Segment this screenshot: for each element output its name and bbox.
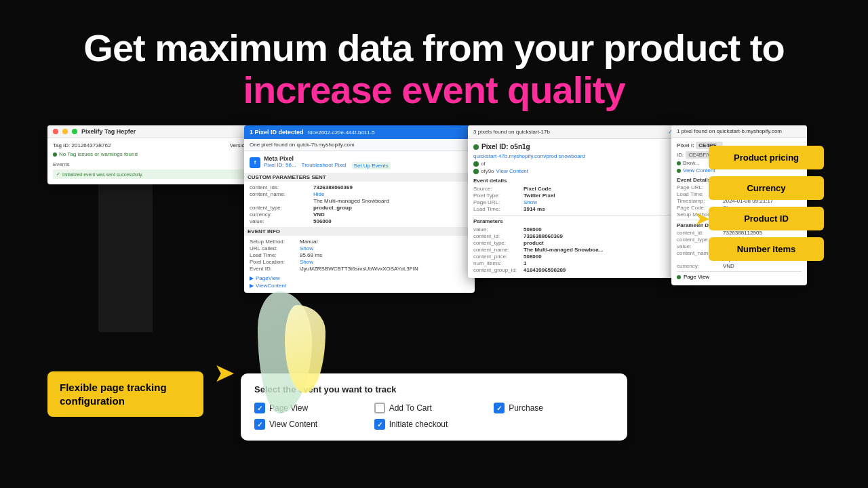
sc2-header: 1 Pixel ID detected fdce2602-c20e-444f-b…	[244, 125, 475, 139]
sc1-title: Pixelify Tag Hepfer	[81, 128, 136, 135]
screenshot-meta-pixel: 1 Pixel ID detected fdce2602-c20e-444f-b…	[244, 125, 475, 293]
sc1-tag-id: Tag ID: 2012643738762 Version 5	[53, 142, 252, 148]
sc3-pixel-id: Pixel ID: o5n1g	[473, 143, 673, 150]
sc2-param-row-1: content_ids:7326388060369	[250, 184, 469, 190]
sc2-params-list: content_ids:7326388060369 content_name:H…	[250, 184, 469, 224]
view-content-label: View Content	[269, 420, 317, 429]
sc3-body: Pixel ID: o5n1g quickstart-47b.myshopify…	[468, 139, 678, 278]
label-bubble-text: Flexible page tracking configuration	[60, 382, 167, 407]
sc2-pixel-id-header: fdce2602-c20e-444f-bd11-5	[308, 129, 375, 136]
number-items-button[interactable]: Number items	[709, 237, 824, 261]
sc2-pixel-name: Meta Pixel	[264, 155, 391, 162]
sc3-header: 3 pixels found on quickstart-17b ⤢	[468, 125, 678, 139]
purchase-label: Purchase	[509, 403, 543, 413]
product-id-button[interactable]: Product ID	[709, 207, 824, 230]
sc1-status: No Tag issues or warnings found	[53, 151, 252, 157]
arrow-label-icon: ➤	[214, 358, 235, 388]
sc2-event-info-title: EVENT INFO	[244, 227, 475, 236]
sc2-sub-header: One pixel found on quick-7b.myshopify.co…	[244, 139, 475, 151]
sc2-pixel-links: Pixel ID: 56... Troubleshoot Pixel Set U…	[264, 162, 391, 169]
arrow-right-icon: ➤	[694, 207, 710, 230]
sc2-event-info-list: Setup Method:Manual URL called:Show Load…	[250, 239, 469, 272]
sc2-param-row-4: content_type:product_group	[250, 205, 469, 211]
meta-pixel-icon: f	[250, 157, 260, 168]
label-bubble: Flexible page tracking configuration	[47, 371, 203, 417]
header-line1: Get maximum data from your product to	[0, 27, 868, 69]
sc1-body: Tag ID: 2012643738762 Version 5 No Tag i…	[47, 138, 258, 184]
set-up-events-link[interactable]: Set Up Events	[352, 162, 391, 169]
header-section: Get maximum data from your product to in…	[0, 0, 868, 110]
sc3-event-details-list: Source:Pixel Code Pixel Type:Twitter Pix…	[473, 186, 673, 212]
initiate-checkout-checkbox[interactable]	[374, 419, 385, 430]
sc1-event-item: ✓ Initialized event was sent successfull…	[53, 169, 252, 179]
sc2-info-row-4: Pixel Location:Show	[250, 259, 469, 265]
sc2-info-row-1: Setup Method:Manual	[250, 239, 469, 245]
sc3-event-details-title: Event details	[473, 178, 673, 184]
product-pricing-button[interactable]: Product pricing	[709, 146, 824, 169]
view-content-checkbox[interactable]	[254, 419, 265, 430]
page-view-checkbox[interactable]	[254, 403, 265, 413]
sc2-param-row-6: value:506000	[250, 218, 469, 224]
initiate-checkout-label: Initiate checkout	[389, 420, 448, 429]
sc3-url1: quickstart-47b.myshopify.com/prod snowbo…	[473, 153, 673, 159]
sc2-page-view: ▶ PageView	[250, 275, 469, 281]
event-add-to-cart[interactable]: Add To Cart	[374, 403, 494, 413]
troubleshoot-link[interactable]: Troubleshoot Pixel	[302, 162, 347, 169]
sc3-params-list: value:508000 content_id:7326388060369 co…	[473, 226, 673, 273]
event-view-content[interactable]: View Content	[254, 419, 374, 430]
sc4-header: 1 pixel found on quickstart-b.myshopify.…	[671, 125, 807, 138]
event-purchase[interactable]: Purchase	[494, 403, 614, 413]
sc2-info-row-3: Load Time:85.68 ms	[250, 252, 469, 258]
event-checkboxes: Page View Add To Cart Purchase View Cont…	[254, 403, 614, 430]
screenshot-pixel-details: 3 pixels found on quickstart-17b ⤢ Pixel…	[468, 125, 678, 278]
sc3-view-content-link[interactable]: View Content	[496, 168, 528, 174]
buttons-panel: Product pricing Currency ➤ Product ID Nu…	[694, 146, 824, 261]
sc2-info-row-5: Event ID:iJyuMZRSBWCBTT3t6smsUbWvxXOSAYo…	[250, 266, 469, 272]
sc2-info-row-2: URL called:Show	[250, 245, 469, 251]
sc2-params-title: CUSTOM PARAMETERS SENT	[244, 173, 475, 182]
add-to-cart-label: Add To Cart	[389, 403, 432, 413]
screenshot-pixel-helper: Pixelify Tag Hepfer Tag ID: 201264373876…	[47, 125, 258, 184]
sc3-url2-row: of	[473, 161, 673, 167]
sc2-body: f Meta Pixel Pixel ID: 56... Troubleshoo…	[244, 151, 475, 293]
sc1-events-label: Events	[53, 161, 252, 167]
sc2-view-content: ▶ ViewContent	[250, 283, 469, 289]
screenshots-area: 🛍 Home Pixelify Tag Hepfer Tag ID: 20126…	[47, 125, 821, 447]
sc2-param-row-3: The Multi-managed Snowboard	[250, 198, 469, 204]
purchase-checkbox[interactable]	[494, 403, 505, 413]
header-line2: increase event quality	[0, 69, 868, 111]
add-to-cart-checkbox[interactable]	[374, 403, 385, 413]
currency-button[interactable]: Currency	[709, 176, 824, 200]
sc3-params-title: Parameters	[473, 218, 673, 224]
sc2-param-row-2: content_name:Hide	[250, 191, 469, 197]
sc1-header: Pixelify Tag Hepfer	[47, 125, 258, 138]
sc3-url3-row: ofy9o View Content	[473, 168, 673, 174]
sc2-pixel-row: f Meta Pixel Pixel ID: 56... Troubleshoo…	[250, 155, 469, 169]
sc4-page-view-item: Page View	[677, 274, 802, 280]
sc2-param-row-5: currency:VND	[250, 211, 469, 218]
event-initiate-checkout[interactable]: Initiate checkout	[374, 419, 494, 430]
